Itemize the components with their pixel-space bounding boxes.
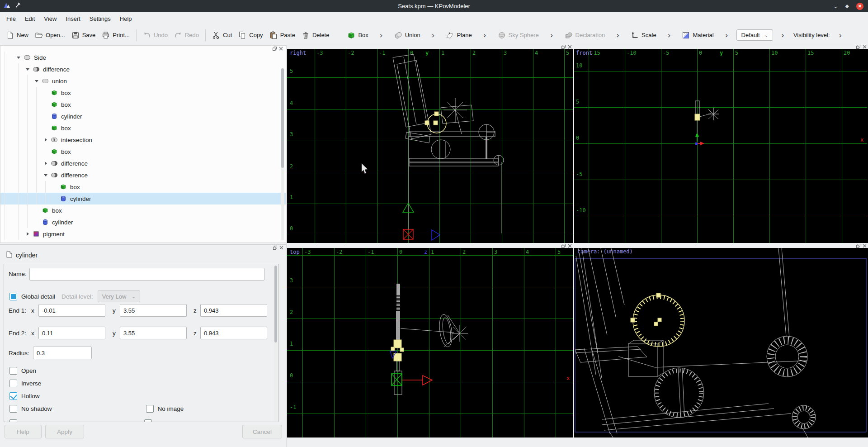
toolbar-box-button[interactable]: Box bbox=[344, 29, 371, 42]
end1-y-input[interactable] bbox=[120, 304, 187, 317]
dock-float-icon[interactable] bbox=[561, 45, 566, 49]
tree-scrollbar[interactable] bbox=[281, 68, 284, 240]
tree-item-pigment[interactable]: pigment bbox=[0, 228, 286, 240]
dock-close-icon[interactable] bbox=[863, 244, 867, 248]
menu-insert[interactable]: Insert bbox=[61, 13, 85, 24]
apply-button[interactable]: Apply bbox=[45, 425, 84, 438]
svg-text:5: 5 bbox=[576, 99, 579, 105]
expand-arrow-icon[interactable] bbox=[14, 52, 23, 63]
tree-item-difference[interactable]: difference bbox=[0, 63, 286, 75]
toolbar-material-button[interactable]: Material bbox=[679, 29, 717, 42]
dock-float-icon[interactable] bbox=[561, 244, 566, 248]
tree-item-Side[interactable]: Side bbox=[0, 52, 286, 63]
tree-item-box[interactable]: box bbox=[0, 87, 286, 99]
toolbar-open-button[interactable]: Open... bbox=[32, 29, 68, 42]
toolbar-undo-button[interactable]: Undo bbox=[140, 29, 171, 42]
close-button[interactable]: ✕ bbox=[856, 3, 863, 10]
toolbar-copy-button[interactable]: Copy bbox=[235, 29, 266, 42]
svg-text:3: 3 bbox=[290, 277, 293, 284]
menu-settings[interactable]: Settings bbox=[85, 13, 115, 24]
toolbar-sky-sphere-button[interactable]: Sky Sphere bbox=[495, 29, 542, 42]
svg-text:0: 0 bbox=[290, 225, 293, 232]
toolbar-save-button[interactable]: Save bbox=[68, 29, 99, 42]
toolbar-delete-button[interactable]: Delete bbox=[298, 29, 333, 42]
end1-z-input[interactable] bbox=[200, 304, 267, 317]
toolbar-plane-button[interactable]: Plane bbox=[443, 29, 475, 42]
tree-item-intersection[interactable]: intersection bbox=[0, 134, 286, 146]
collapse-arrow-icon[interactable] bbox=[41, 157, 50, 169]
dock-close-icon[interactable] bbox=[568, 244, 572, 248]
properties-scrollbar[interactable] bbox=[274, 266, 278, 421]
expand-arrow-icon[interactable] bbox=[23, 63, 32, 75]
detail-level-dropdown[interactable]: Very Low⌄ bbox=[98, 290, 140, 302]
svg-text:z: z bbox=[424, 249, 427, 255]
tree-item-box[interactable]: box bbox=[0, 181, 286, 193]
dock-float-icon[interactable] bbox=[273, 246, 277, 250]
menu-help[interactable]: Help bbox=[115, 13, 137, 24]
global-detail-label: Global detail bbox=[21, 293, 55, 300]
viewport-front: -15-10-50y51015201050-5-10xfront bbox=[574, 45, 868, 243]
minimize-button[interactable]: ⌄ bbox=[833, 3, 838, 9]
hollow-checkbox[interactable] bbox=[9, 392, 17, 400]
tree-item-cylinder[interactable]: cylinder bbox=[0, 110, 286, 122]
expand-arrow-icon[interactable] bbox=[32, 75, 41, 87]
svg-text:-5: -5 bbox=[663, 50, 669, 56]
tree-item-union[interactable]: union bbox=[0, 75, 286, 87]
collapse-arrow-icon[interactable] bbox=[23, 228, 32, 240]
tree-item-cylinder-selected[interactable]: cylinder bbox=[0, 193, 286, 204]
viewport-top-canvas[interactable]: -3-2-10z123453210-1xtop bbox=[287, 248, 573, 437]
clipped-checkbox[interactable] bbox=[9, 419, 17, 422]
detail-preset-dropdown[interactable]: Default⌄ bbox=[736, 29, 774, 41]
svg-text:-10: -10 bbox=[576, 207, 586, 214]
dock-close-icon[interactable] bbox=[279, 246, 283, 250]
global-detail-checkbox[interactable] bbox=[9, 293, 17, 300]
tree-item-box[interactable]: box bbox=[0, 122, 286, 134]
inverse-checkbox[interactable] bbox=[9, 380, 17, 387]
end2-y-input[interactable] bbox=[120, 327, 187, 339]
collapse-arrow-icon[interactable] bbox=[41, 134, 50, 146]
cancel-button[interactable]: Cancel bbox=[242, 425, 282, 438]
svg-text:0: 0 bbox=[576, 135, 579, 141]
tree-item-difference[interactable]: difference bbox=[0, 169, 286, 181]
toolbar-cut-button[interactable]: Cut bbox=[209, 29, 235, 42]
clipped-checkbox[interactable] bbox=[144, 419, 152, 422]
dock-close-icon[interactable] bbox=[279, 47, 283, 51]
toolbar-scale-button[interactable]: Scale bbox=[627, 29, 660, 42]
end1-x-input[interactable] bbox=[38, 304, 105, 317]
dock-close-icon[interactable] bbox=[568, 45, 572, 49]
open-checkbox[interactable] bbox=[9, 367, 17, 375]
toolbar-print-button[interactable]: Print... bbox=[99, 29, 133, 42]
maximize-button[interactable]: ◆ bbox=[845, 4, 849, 9]
end2-z-input[interactable] bbox=[200, 327, 267, 339]
help-button[interactable]: Help bbox=[5, 425, 42, 438]
expand-arrow-icon[interactable] bbox=[41, 169, 50, 181]
dock-float-icon[interactable] bbox=[856, 244, 860, 248]
viewport-right-canvas[interactable]: -3-2-10y12345543210right bbox=[287, 49, 573, 243]
svg-text:1: 1 bbox=[290, 341, 293, 347]
svg-text:2: 2 bbox=[290, 163, 293, 170]
tree-item-box[interactable]: box bbox=[0, 204, 286, 216]
name-input[interactable] bbox=[29, 268, 264, 281]
tree-item-box[interactable]: box bbox=[0, 99, 286, 110]
tree-item-difference[interactable]: difference bbox=[0, 157, 286, 169]
toolbar-redo-button[interactable]: Redo bbox=[171, 29, 202, 42]
toolbar-new-button[interactable]: New bbox=[3, 29, 32, 42]
menu-file[interactable]: File bbox=[2, 13, 20, 24]
radius-input[interactable] bbox=[33, 347, 92, 359]
cylinder-icon bbox=[59, 195, 67, 202]
viewport-front-canvas[interactable]: -15-10-50y51015201050-5-10xfront bbox=[574, 49, 868, 243]
end2-x-input[interactable] bbox=[38, 327, 105, 339]
toolbar-union-button[interactable]: Union bbox=[391, 29, 424, 42]
no-image-checkbox[interactable] bbox=[146, 405, 154, 413]
dock-close-icon[interactable] bbox=[863, 45, 867, 49]
no-shadow-checkbox[interactable] bbox=[9, 405, 17, 413]
toolbar-paste-button[interactable]: Paste bbox=[266, 29, 298, 42]
dock-float-icon[interactable] bbox=[273, 47, 277, 51]
dock-float-icon[interactable] bbox=[856, 45, 860, 49]
toolbar-declaration-button[interactable]: Declaration bbox=[561, 29, 609, 42]
tree-item-box[interactable]: box bbox=[0, 146, 286, 157]
menu-view[interactable]: View bbox=[39, 13, 61, 24]
menu-edit[interactable]: Edit bbox=[20, 13, 39, 24]
viewport-camera-canvas[interactable]: camera: (unnamed) bbox=[574, 248, 868, 437]
tree-item-cylinder[interactable]: cylinder bbox=[0, 216, 286, 228]
